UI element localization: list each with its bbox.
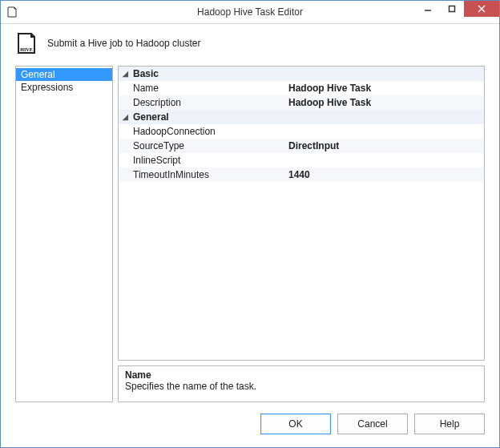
dialog-description: Submit a Hive job to Hadoop cluster bbox=[47, 38, 200, 49]
window-controls bbox=[416, 1, 499, 23]
property-row-description[interactable]: Description Hadoop Hive Task bbox=[119, 95, 484, 110]
property-row-timeoutinminutes[interactable]: TimeoutInMinutes 1440 bbox=[119, 167, 484, 182]
svg-rect-1 bbox=[450, 6, 455, 12]
nav-item-general[interactable]: General bbox=[16, 68, 112, 81]
category-row-general[interactable]: ◢ General bbox=[119, 110, 484, 124]
description-pane: Name Specifies the name of the task. bbox=[118, 365, 485, 402]
nav-item-label: General bbox=[21, 69, 55, 80]
collapse-icon[interactable]: ◢ bbox=[119, 113, 131, 121]
svg-text:HIVE: HIVE bbox=[20, 47, 32, 52]
property-label: HadoopConnection bbox=[131, 126, 285, 137]
property-value[interactable]: Hadoop Hive Task bbox=[285, 97, 484, 108]
dialog-header: HIVE Submit a Hive job to Hadoop cluster bbox=[1, 24, 499, 66]
dialog-footer: OK Cancel Help bbox=[1, 402, 499, 447]
property-value[interactable]: Hadoop Hive Task bbox=[285, 83, 484, 94]
description-text: Specifies the name of the task. bbox=[125, 381, 478, 392]
button-label: OK bbox=[288, 418, 302, 430]
content-pane: ◢ Basic Name Hadoop Hive Task Descriptio… bbox=[118, 66, 485, 402]
nav-item-expressions[interactable]: Expressions bbox=[16, 81, 112, 94]
property-value[interactable]: DirectInput bbox=[285, 140, 484, 151]
property-label: InlineScript bbox=[131, 155, 285, 166]
description-title: Name bbox=[125, 369, 478, 381]
property-value[interactable]: 1440 bbox=[285, 169, 484, 180]
property-label: Description bbox=[131, 97, 285, 108]
minimize-button[interactable] bbox=[416, 1, 440, 17]
category-label: General bbox=[131, 111, 169, 123]
property-grid[interactable]: ◢ Basic Name Hadoop Hive Task Descriptio… bbox=[118, 66, 485, 361]
property-label: Name bbox=[131, 83, 285, 94]
maximize-button[interactable] bbox=[440, 1, 464, 17]
ok-button[interactable]: OK bbox=[260, 414, 331, 434]
property-row-sourcetype[interactable]: SourceType DirectInput bbox=[119, 139, 484, 153]
cancel-button[interactable]: Cancel bbox=[337, 414, 408, 434]
property-label: TimeoutInMinutes bbox=[131, 169, 285, 180]
titlebar[interactable]: Hadoop Hive Task Editor bbox=[1, 1, 499, 24]
property-row-hadoopconnection[interactable]: HadoopConnection bbox=[119, 124, 484, 139]
button-label: Cancel bbox=[357, 418, 387, 430]
help-button[interactable]: Help bbox=[414, 414, 485, 434]
property-row-inlinescript[interactable]: InlineScript bbox=[119, 153, 484, 167]
button-label: Help bbox=[440, 418, 460, 430]
property-label: SourceType bbox=[131, 140, 285, 151]
close-button[interactable] bbox=[464, 1, 499, 17]
category-label: Basic bbox=[131, 68, 159, 79]
app-icon bbox=[6, 6, 18, 18]
dialog-body: General Expressions ◢ Basic Name Hadoop … bbox=[1, 66, 499, 402]
dialog-window: Hadoop Hive Task Editor HIVE bbox=[0, 0, 500, 448]
nav-pane: General Expressions bbox=[15, 66, 113, 402]
collapse-icon[interactable]: ◢ bbox=[119, 70, 131, 78]
property-row-name[interactable]: Name Hadoop Hive Task bbox=[119, 81, 484, 95]
nav-item-label: Expressions bbox=[21, 82, 73, 93]
category-row-basic[interactable]: ◢ Basic bbox=[119, 67, 484, 81]
hive-task-icon: HIVE bbox=[15, 32, 38, 54]
